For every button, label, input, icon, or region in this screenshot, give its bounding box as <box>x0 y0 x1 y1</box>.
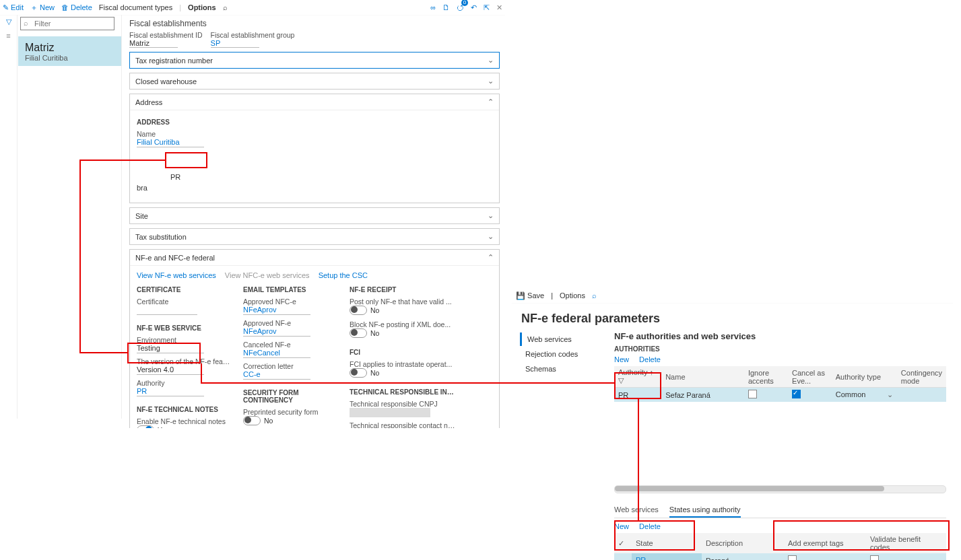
post-only-toggle[interactable]: No <box>350 306 379 315</box>
cell-state[interactable]: PR⌄ <box>632 553 702 560</box>
refresh-icon[interactable]: ⭯0 <box>457 3 464 11</box>
list-icon[interactable]: ≡ <box>0 29 17 42</box>
th-cancel-event[interactable]: Cancel as Eve... <box>788 366 832 388</box>
checkbox-unchecked[interactable] <box>870 555 879 560</box>
cell-contingency[interactable] <box>897 388 946 403</box>
horizontal-scrollbar[interactable] <box>614 485 946 493</box>
save-button[interactable]: 💾 Save <box>516 291 544 300</box>
section-closed-warehouse[interactable]: Closed warehouse ⌄ <box>129 73 500 90</box>
link-view-nfce-ws[interactable]: View NFC-e web services <box>225 271 310 279</box>
new-link[interactable]: New <box>614 355 629 363</box>
appr-nfce-value[interactable]: NFeAprov <box>243 306 310 315</box>
block-posting-toggle[interactable]: No <box>350 328 379 338</box>
checkbox-unchecked[interactable] <box>748 390 757 398</box>
search-button-top[interactable]: ⌕ <box>223 3 228 11</box>
tr-cnpj-field[interactable] <box>350 408 430 417</box>
detail-pane: Fiscal establishments Fiscal establishme… <box>124 15 505 428</box>
section-tax-registration[interactable]: Tax registration number ⌄ <box>129 52 500 69</box>
th-authority-type[interactable]: Authority type <box>832 366 897 388</box>
cell-name[interactable]: Sefaz Paraná <box>661 388 744 403</box>
section-title: NF-e authorities and web services <box>614 331 946 341</box>
delete-button[interactable]: 🗑 Delete <box>61 3 92 11</box>
th-validate-benefit[interactable]: Validate benefit codes <box>866 533 946 553</box>
ver-value[interactable]: Version 4.0 <box>137 365 204 375</box>
cell-add-exempt[interactable] <box>784 553 866 560</box>
th-name[interactable]: Name <box>661 366 744 388</box>
link-icon[interactable]: ∞ <box>430 3 436 11</box>
nfe-receipt-header: NF-E RECEIPT <box>350 286 457 293</box>
delete-label: Delete <box>71 3 92 11</box>
nfe-parameters-window: 💾 Save | Options ⌕ NF-e federal paramete… <box>512 288 953 556</box>
checkbox-unchecked[interactable] <box>788 555 797 560</box>
env-value[interactable]: Testing <box>137 344 204 353</box>
preprinted-toggle[interactable]: No <box>243 416 273 425</box>
pop-out-icon[interactable]: ⇱ <box>484 3 490 12</box>
th-description[interactable]: Description <box>702 533 784 553</box>
side-item-rejection-codes[interactable]: Rejection codes <box>520 347 614 361</box>
section-site[interactable]: Site⌄ <box>129 207 500 224</box>
section-tax-substitution[interactable]: Tax substitution⌄ <box>129 228 500 245</box>
corr-letter-label: Correction letter <box>243 362 337 370</box>
filter-icon[interactable]: ▽ <box>0 15 17 29</box>
cell-ignore-accents[interactable] <box>744 388 788 403</box>
tech-notes-header: NF-E TECHNICAL NOTES <box>137 406 231 413</box>
th-ignore-accents[interactable]: Ignore accents <box>744 366 788 388</box>
cell-row-select[interactable] <box>614 553 632 560</box>
fiscal-doc-types-button[interactable]: Fiscal document types <box>99 3 172 11</box>
corr-letter-value[interactable]: CC-e <box>243 370 310 380</box>
post-only-label: Post only NF-e that have valid ... <box>350 298 457 306</box>
tab-web-services[interactable]: Web services <box>614 503 659 518</box>
cell-cancel-event[interactable] <box>788 388 832 403</box>
link-view-nfe-ws[interactable]: View NF-e web services <box>137 271 216 279</box>
states-row[interactable]: PR⌄ Paraná <box>614 553 946 560</box>
list-filter-input[interactable] <box>20 17 114 30</box>
cell-authority[interactable]: PR <box>614 388 661 403</box>
toggle-label: No <box>370 329 379 337</box>
delete-link-2[interactable]: Delete <box>639 522 661 530</box>
cell-validate-benefit[interactable] <box>866 553 946 560</box>
th-state[interactable]: State <box>632 533 702 553</box>
scrollbar-thumb[interactable] <box>615 486 884 491</box>
close-icon[interactable]: ✕ <box>496 3 502 12</box>
checkbox-checked[interactable] <box>792 390 801 398</box>
new-button[interactable]: ＋ New <box>30 3 55 13</box>
nfe-col-2: EMAIL TEMPLATES Approved NFC-e NFeAprov … <box>243 283 337 428</box>
authorities-row[interactable]: PR Sefaz Paraná Common ⌄ <box>614 388 946 403</box>
edit-button[interactable]: ✎ Edit <box>3 3 24 12</box>
new-link-2[interactable]: New <box>614 522 629 530</box>
cell-authority-type[interactable]: Common ⌄ <box>832 388 897 403</box>
address-name-value[interactable]: Filial Curitiba <box>137 138 204 147</box>
side-item-schemas[interactable]: Schemas <box>520 362 614 376</box>
canc-nfe-value[interactable]: NFeCancel <box>243 349 310 358</box>
options-button-r[interactable]: Options <box>560 291 585 300</box>
th-add-exempt[interactable]: Add exempt tags <box>784 533 866 553</box>
th-contingency[interactable]: Contingency mode <box>897 366 946 388</box>
th-checkbox[interactable]: ✓ <box>614 533 632 553</box>
attach-icon[interactable]: 🗋 <box>442 3 450 11</box>
section-nfe-header[interactable]: NF-e and NFC-e federal ⌃ <box>130 250 499 266</box>
side-item-web-services[interactable]: Web services <box>520 332 614 346</box>
certificate-field[interactable] <box>137 306 197 315</box>
trash-icon: 🗑 <box>61 3 69 11</box>
cell-description[interactable]: Paraná <box>702 553 784 560</box>
fci-toggle[interactable]: No <box>350 368 379 378</box>
entity-item-selected[interactable]: Matriz Filial Curitiba <box>18 36 121 66</box>
field-value-fid[interactable]: Matriz <box>129 39 178 48</box>
left-rail: ▽ ≡ <box>0 15 18 419</box>
options-button[interactable]: Options <box>188 3 216 11</box>
appr-nfe-value[interactable]: NFeAprov <box>243 327 310 337</box>
tech-notes-toggle[interactable]: Yes <box>137 425 169 428</box>
field-value-fgrp[interactable]: SP <box>211 39 259 48</box>
search-button-r[interactable]: ⌕ <box>592 291 597 300</box>
undo-icon[interactable]: ↶ <box>471 3 477 12</box>
fiscal-establishments-window: ✎ Edit ＋ New 🗑 Delete Fiscal document ty… <box>0 0 505 424</box>
address-state: PR <box>170 173 492 181</box>
link-setup-csc[interactable]: Setup the CSC <box>319 271 368 279</box>
section-address-header[interactable]: Address ⌃ <box>130 94 499 110</box>
tab-states-using-authority[interactable]: States using authority <box>669 503 741 518</box>
th-authority[interactable]: Authority ↑ ▽ <box>614 366 661 388</box>
authority-label: Authority <box>137 379 231 387</box>
authority-value[interactable]: PR <box>137 387 204 396</box>
topbar-right: 💾 Save | Options ⌕ <box>512 288 953 304</box>
delete-link[interactable]: Delete <box>639 355 661 363</box>
